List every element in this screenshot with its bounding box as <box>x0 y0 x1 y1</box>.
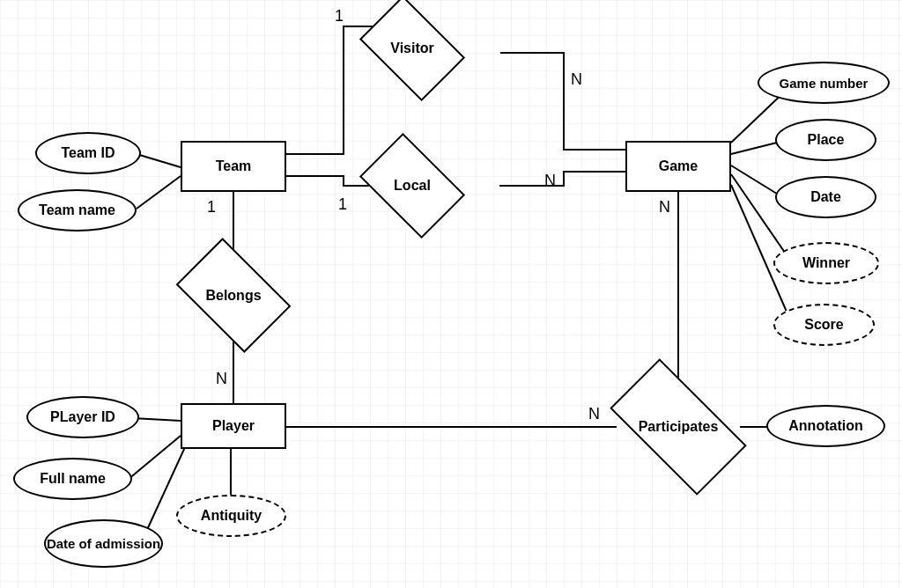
card-participates-player: N <box>588 405 600 423</box>
relationship-local: Local <box>368 155 456 217</box>
entity-game: Game <box>625 141 731 192</box>
attr-team-id: Team ID <box>35 132 141 174</box>
relationship-visitor-label: Visitor <box>390 40 434 56</box>
svg-line-0 <box>137 154 181 167</box>
attr-team-name: Team name <box>18 189 137 232</box>
card-local-team: 1 <box>338 195 347 214</box>
attr-date-admission: Date of admission <box>44 519 163 568</box>
card-visitor-game: N <box>571 70 582 89</box>
attr-winner: Winner <box>773 242 879 284</box>
relationship-local-label: Local <box>394 178 431 194</box>
svg-line-4 <box>132 418 181 421</box>
attr-full-name: Full name <box>13 458 132 500</box>
relationship-participates-label: Participates <box>639 419 719 435</box>
attr-date: Date <box>775 176 876 218</box>
entity-player: Player <box>181 403 286 449</box>
card-belongs-player: N <box>216 370 227 388</box>
attr-game-number: Game number <box>758 62 890 104</box>
card-visitor-team: 1 <box>335 7 344 26</box>
entity-team: Team <box>181 141 286 192</box>
relationship-participates: Participates <box>617 392 740 462</box>
card-participates-game: N <box>659 198 670 217</box>
relationship-belongs: Belongs <box>185 262 282 328</box>
er-diagram: Team Game Player Visitor Local Belongs P… <box>0 0 902 588</box>
attr-place: Place <box>775 119 876 161</box>
card-belongs-team: 1 <box>207 198 216 217</box>
card-local-game: N <box>544 172 556 190</box>
relationship-visitor: Visitor <box>368 18 456 79</box>
attr-score: Score <box>773 304 875 346</box>
attr-player-id: PLayer ID <box>26 396 139 438</box>
attr-annotation: Annotation <box>766 405 885 447</box>
relationship-belongs-label: Belongs <box>205 288 261 304</box>
attr-antiquity: Antiquity <box>176 495 286 537</box>
svg-line-1 <box>137 176 181 209</box>
